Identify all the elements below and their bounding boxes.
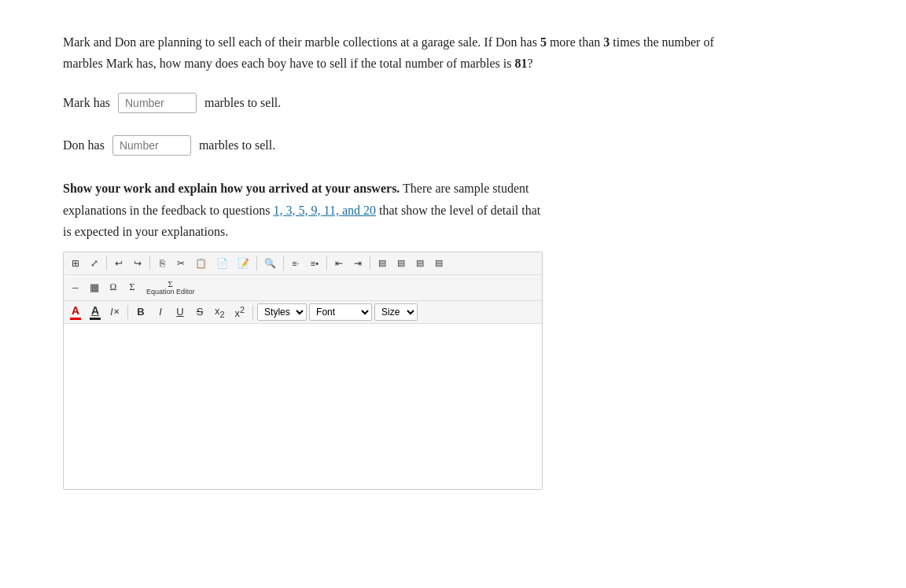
align-center-button[interactable]: ▤ <box>392 255 410 272</box>
don-label: Don has <box>63 138 105 153</box>
font-select[interactable]: Font <box>309 303 372 321</box>
rich-text-editor: ⊞ ⤢ ↩ ↪ ⎘ ✂ 📋 <box>63 252 543 490</box>
align-left-button[interactable]: ▤ <box>374 255 391 272</box>
table-button[interactable]: ▦ <box>86 279 103 296</box>
align-right-button[interactable]: ▤ <box>411 255 429 272</box>
indent-decrease-button[interactable]: ⇤ <box>330 255 348 272</box>
toolbar-row2: ─ ▦ Ω Σ Σ Equation Editor <box>64 275 542 301</box>
question-bold3: 81 <box>515 57 528 70</box>
equation-editor-button[interactable]: Σ Equation Editor <box>142 277 199 298</box>
mark-answer-row: Mark has marbles to sell. <box>63 93 843 113</box>
styles-select[interactable]: Styles <box>257 303 307 321</box>
size-select[interactable]: Size <box>374 303 418 321</box>
separator8 <box>252 305 253 319</box>
indent-increase-button[interactable]: ⇥ <box>349 255 366 272</box>
underline-button[interactable]: U <box>171 303 189 321</box>
don-suffix: marbles to sell. <box>199 138 275 153</box>
question-text-part1: Mark and Don are planning to sell each o… <box>63 35 540 49</box>
question-text-part4: ? <box>528 57 533 70</box>
font-color-button[interactable]: A <box>67 303 84 322</box>
toolbar-row1: ⊞ ⤢ ↩ ↪ ⎘ ✂ 📋 <box>64 252 542 275</box>
source-button[interactable]: ⊞ <box>67 255 84 272</box>
expand-button[interactable]: ⤢ <box>86 255 103 272</box>
align-justify-button[interactable]: ▤ <box>430 255 447 272</box>
paste-plain-button[interactable]: 📄 <box>212 255 232 272</box>
don-answer-row: Don has marbles to sell. <box>63 135 843 156</box>
don-input[interactable] <box>112 135 191 156</box>
question-text: Mark and Don are planning to sell each o… <box>63 31 739 74</box>
mark-input[interactable] <box>118 93 197 113</box>
sigma-button[interactable]: Σ <box>123 279 141 296</box>
omega-button[interactable]: Ω <box>105 279 122 296</box>
cut-button[interactable]: ✂ <box>172 255 190 272</box>
separator3 <box>256 256 257 270</box>
mark-label: Mark has <box>63 96 110 110</box>
question-text-part2: more than <box>547 35 603 49</box>
separator6 <box>370 256 370 270</box>
redo-button[interactable]: ↪ <box>129 255 146 272</box>
paste-button[interactable]: 📋 <box>191 255 211 272</box>
find-button[interactable]: 🔍 <box>260 255 280 272</box>
mark-suffix: marbles to sell. <box>204 96 281 110</box>
italic-button[interactable]: I <box>152 303 169 321</box>
undo-button[interactable]: ↩ <box>110 255 127 272</box>
work-links[interactable]: 1, 3, 5, 9, 11, and 20 <box>273 204 376 217</box>
clear-format-button[interactable]: I✕ <box>106 303 123 321</box>
strikethrough-button[interactable]: S <box>191 303 208 321</box>
subscript-button[interactable]: x2 <box>211 303 229 321</box>
bold-button[interactable]: B <box>132 303 149 321</box>
paste-word-button[interactable]: 📝 <box>234 255 253 272</box>
separator5 <box>326 256 327 270</box>
work-section: Show your work and explain how you arriv… <box>63 178 551 490</box>
question-bold1: 5 <box>540 35 547 49</box>
editor-body[interactable] <box>64 324 542 489</box>
work-instructions: Show your work and explain how you arriv… <box>63 178 551 242</box>
ordered-list-button[interactable]: ≡· <box>287 255 304 272</box>
superscript-button[interactable]: x2 <box>231 303 249 321</box>
separator1 <box>106 256 107 270</box>
work-intro-bold: Show your work and explain how you arriv… <box>63 182 400 195</box>
unordered-list-button[interactable]: ≡• <box>306 255 323 272</box>
font-highlight-button[interactable]: A <box>87 303 104 322</box>
horizontal-rule-button[interactable]: ─ <box>67 279 84 296</box>
toolbar-row3: A A I✕ B I U S x2 <box>64 301 542 324</box>
separator2 <box>149 256 150 270</box>
copy-button[interactable]: ⎘ <box>153 255 171 272</box>
separator4 <box>283 256 284 270</box>
separator7 <box>127 305 128 319</box>
